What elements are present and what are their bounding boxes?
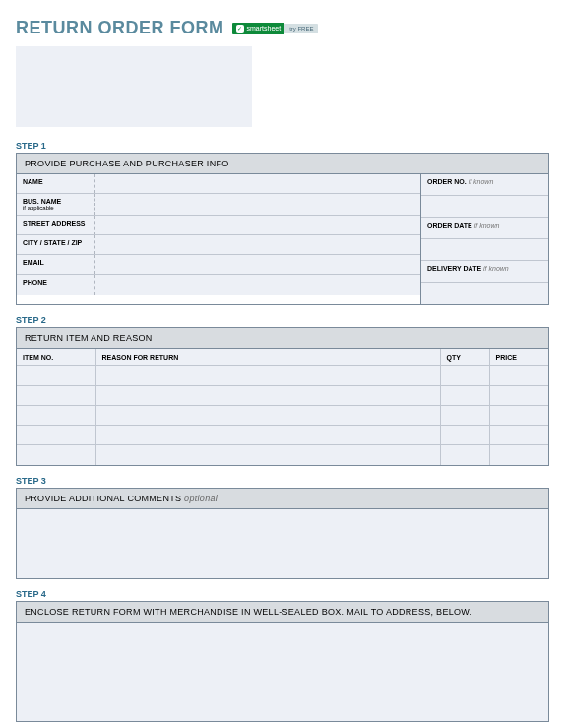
cell-item[interactable] (17, 366, 95, 386)
col-reason: REASON FOR RETURN (95, 349, 440, 366)
cell-reason[interactable] (95, 386, 440, 406)
cell-item[interactable] (17, 386, 95, 406)
table-row (17, 366, 548, 386)
step1-right: ORDER NO. if known ORDER DATE if known D… (420, 174, 548, 304)
row-csz: CITY / STATE / ZIP (17, 235, 420, 255)
badge-cta: try FREE (284, 24, 318, 33)
title-row: RETURN ORDER FORM smartsheet try FREE (16, 18, 549, 38)
label-order-date: ORDER DATE if known (421, 218, 548, 239)
row-email: EMAIL (17, 255, 420, 275)
label-csz: CITY / STATE / ZIP (17, 235, 95, 254)
table-row (17, 426, 548, 445)
input-email[interactable] (95, 255, 420, 274)
input-delivery-date[interactable] (421, 283, 548, 304)
input-order-date[interactable] (421, 239, 548, 261)
input-phone[interactable] (95, 275, 420, 295)
cell-reason[interactable] (95, 426, 440, 445)
cell-price[interactable] (489, 366, 548, 386)
input-street[interactable] (95, 216, 420, 234)
input-name[interactable] (95, 174, 420, 193)
page-title: RETURN ORDER FORM (16, 18, 224, 38)
cell-qty[interactable] (440, 366, 489, 386)
cell-price[interactable] (489, 386, 548, 406)
cell-price[interactable] (489, 406, 548, 426)
step1-left: NAME BUS. NAME if applicable STREET ADDR… (17, 174, 420, 304)
step4-section: ENCLOSE RETURN FORM WITH MERCHANDISE IN … (16, 601, 549, 722)
cell-item[interactable] (17, 445, 95, 465)
cell-reason[interactable] (95, 366, 440, 386)
step4-label: STEP 4 (16, 589, 549, 599)
cell-price[interactable] (489, 426, 548, 445)
cell-item[interactable] (17, 426, 95, 445)
cell-reason[interactable] (95, 445, 440, 465)
label-street: STREET ADDRESS (17, 216, 95, 234)
label-email: EMAIL (17, 255, 95, 274)
cell-qty[interactable] (440, 386, 489, 406)
step1-label: STEP 1 (16, 141, 549, 151)
row-street: STREET ADDRESS (17, 216, 420, 235)
cell-item[interactable] (17, 406, 95, 426)
mailing-address-area (17, 623, 548, 721)
items-table: ITEM NO. REASON FOR RETURN QTY PRICE (17, 349, 548, 465)
step4-header: ENCLOSE RETURN FORM WITH MERCHANDISE IN … (17, 602, 548, 623)
input-bus-name[interactable] (95, 194, 420, 215)
col-item-no: ITEM NO. (17, 349, 95, 366)
badge-brand: smartsheet (232, 23, 285, 34)
col-qty: QTY (440, 349, 489, 366)
cell-reason[interactable] (95, 406, 440, 426)
step3-header: PROVIDE ADDITIONAL COMMENTS optional (17, 489, 548, 509)
cell-qty[interactable] (440, 406, 489, 426)
step2-section: RETURN ITEM AND REASON ITEM NO. REASON F… (16, 327, 549, 466)
input-order-no[interactable] (421, 196, 548, 218)
row-name: NAME (17, 174, 420, 194)
step3-section: PROVIDE ADDITIONAL COMMENTS optional (16, 488, 549, 579)
step1-header: PROVIDE PURCHASE AND PURCHASER INFO (17, 154, 548, 174)
row-phone: PHONE (17, 275, 420, 295)
col-price: PRICE (489, 349, 548, 366)
step1-body: NAME BUS. NAME if applicable STREET ADDR… (17, 174, 548, 304)
step3-label: STEP 3 (16, 476, 549, 486)
cell-qty[interactable] (440, 426, 489, 445)
comments-input[interactable] (17, 509, 548, 578)
row-bus-name: BUS. NAME if applicable (17, 194, 420, 216)
step1-section: PROVIDE PURCHASE AND PURCHASER INFO NAME… (16, 153, 549, 305)
label-order-no: ORDER NO. if known (421, 174, 548, 196)
label-bus-name: BUS. NAME if applicable (17, 194, 95, 215)
logo-placeholder (16, 46, 252, 127)
provider-badge[interactable]: smartsheet try FREE (232, 22, 319, 35)
step2-header: RETURN ITEM AND REASON (17, 328, 548, 349)
label-name: NAME (17, 174, 95, 193)
input-csz[interactable] (95, 235, 420, 254)
step2-label: STEP 2 (16, 315, 549, 325)
table-row (17, 386, 548, 406)
table-row (17, 406, 548, 426)
table-row (17, 445, 548, 465)
cell-price[interactable] (489, 445, 548, 465)
label-delivery-date: DELIVERY DATE if known (421, 261, 548, 283)
cell-qty[interactable] (440, 445, 489, 465)
label-phone: PHONE (17, 275, 95, 295)
